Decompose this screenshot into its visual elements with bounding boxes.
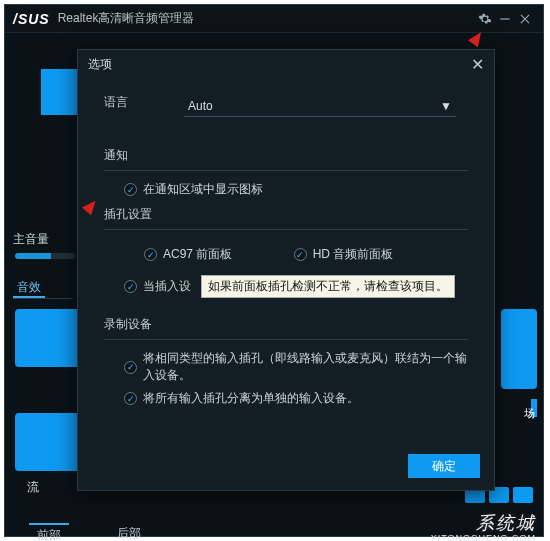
close-icon[interactable] [515,9,535,29]
notify-tray-label: 在通知区域中显示图标 [143,181,263,198]
dialog-footer: 确定 [408,454,480,478]
port-tab-rear[interactable]: 后部 [109,523,149,541]
dialog-close-icon[interactable]: ✕ [471,55,484,74]
main-volume-label: 主音量 [13,231,49,248]
notification-label: 通知 [104,147,468,164]
checkbox-icon[interactable] [124,183,137,196]
watermark-text: 系统城 [476,511,536,535]
tooltip: 如果前面板插孔检测不正常，请检查该项目。 [201,275,455,298]
checkbox-icon[interactable] [124,361,137,374]
jack-onplug-option[interactable]: 当插入设 如果前面板插孔检测不正常，请检查该项目。 [124,275,468,298]
recording-option-combine-label: 将相同类型的输入插孔（即线路输入或麦克风）联结为一个输入设备。 [143,350,468,384]
language-dropdown[interactable]: Auto ▼ [184,95,456,117]
port-tabs: 前部 后部 [29,523,149,541]
checkbox-icon[interactable] [124,392,137,405]
side-panel-label: 场 [531,399,537,417]
effect-tile-2-label: 流 [27,479,39,496]
svg-rect-0 [500,18,509,19]
app-window: /SUS Realtek高清晰音频管理器 主音量 音效 流 场 前部 [4,4,544,537]
effect-tile-2[interactable] [15,413,83,471]
tabs: 音效 [13,277,73,299]
language-value: Auto [188,99,213,113]
asus-logo: /SUS [13,11,50,27]
options-dialog: 选项 ✕ 语言 Auto ▼ 通知 在通知区域中显示图标 插孔设置 A [77,49,495,491]
titlebar: /SUS Realtek高清晰音频管理器 [5,5,543,33]
checkbox-icon[interactable] [294,248,307,261]
recording-label: 录制设备 [104,316,468,333]
jack-ac97-label: AC97 前面板 [163,246,232,263]
jack-settings-label: 插孔设置 [104,206,468,223]
recording-option-combine[interactable]: 将相同类型的输入插孔（即线路输入或麦克风）联结为一个输入设备。 [124,350,468,384]
jack-onplug-prefix: 当插入设 [143,278,191,295]
port-tab-front[interactable]: 前部 [29,523,69,541]
tab-sound-effects[interactable]: 音效 [13,277,45,298]
settings-gear-icon[interactable] [475,9,495,29]
effect-tile-1[interactable] [15,309,83,367]
jack-ac97-option[interactable]: AC97 前面板 [144,246,232,263]
side-panel-tile[interactable] [501,309,537,389]
dialog-title: 选项 [88,56,112,73]
watermark-url: XITONGCHENG.COM [431,533,536,541]
main-volume-slider[interactable] [15,253,75,259]
recording-option-separate-label: 将所有输入插孔分离为单独的输入设备。 [143,390,359,407]
checkbox-icon[interactable] [144,248,157,261]
small-button-3[interactable] [513,487,533,503]
dialog-titlebar: 选项 ✕ [78,50,494,78]
jack-hd-label: HD 音频前面板 [313,246,394,263]
dialog-body: 语言 Auto ▼ 通知 在通知区域中显示图标 插孔设置 AC97 前面板 [78,78,494,407]
app-title: Realtek高清晰音频管理器 [58,10,195,27]
jack-hd-option[interactable]: HD 音频前面板 [294,246,394,263]
recording-option-separate[interactable]: 将所有输入插孔分离为单独的输入设备。 [124,390,468,407]
language-label: 语言 [104,94,128,111]
minimize-icon[interactable] [495,9,515,29]
ok-button[interactable]: 确定 [408,454,480,478]
checkbox-icon[interactable] [124,280,137,293]
chevron-down-icon: ▼ [440,99,452,113]
notify-tray-option[interactable]: 在通知区域中显示图标 [124,181,468,198]
